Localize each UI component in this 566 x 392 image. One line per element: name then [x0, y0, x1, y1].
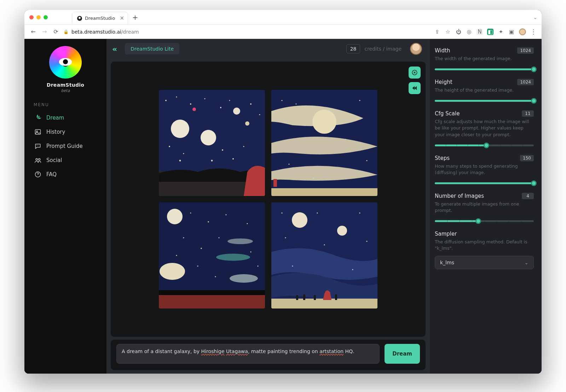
setting-title: Cfg Scale [435, 110, 460, 117]
lite-chip[interactable]: DreamStudio Lite [125, 43, 179, 54]
window-zoom-dot[interactable] [44, 15, 48, 19]
url-host: beta.dreamstudio.ai [71, 29, 121, 35]
prompt-text-2: , matte painting trending on [248, 348, 319, 354]
image-icon [34, 128, 41, 136]
sidebar-item-faq[interactable]: FAQ [32, 167, 99, 181]
collapse-sidebar-icon[interactable]: « [112, 45, 117, 53]
sidebar-item-prompt-guide[interactable]: Prompt Guide [32, 139, 99, 153]
chat-quote-icon [34, 143, 41, 150]
setting-value: 4 [522, 193, 534, 199]
result-image-2[interactable] [271, 90, 377, 196]
svg-rect-64 [303, 294, 305, 300]
setting-title: Number of Images [435, 193, 484, 199]
setting-value: 11 [522, 110, 534, 117]
height-slider[interactable] [435, 98, 534, 104]
reload-button[interactable]: ⟳ [52, 28, 60, 35]
browser-avatar[interactable] [519, 28, 526, 35]
svg-point-34 [345, 139, 346, 140]
setting-title: Sampler [435, 231, 457, 237]
people-icon [34, 157, 41, 164]
setting-title: Width [435, 47, 450, 54]
bookmark-star-icon[interactable]: ☆ [445, 29, 451, 35]
share-icon[interactable]: ⇪ [434, 29, 440, 35]
extension-green-icon[interactable]: ◧ [487, 29, 493, 35]
extension-n-icon[interactable]: N [477, 29, 483, 35]
main-region: « DreamStudio Lite 28 credits / image [106, 39, 542, 374]
svg-point-9 [201, 130, 216, 145]
extensions-puzzle-icon[interactable]: ✦ [498, 29, 504, 35]
svg-point-52 [201, 248, 202, 249]
settings-panel: Width 1024 The width of the generated im… [430, 39, 542, 374]
setting-desc: The height of the generated image. [435, 87, 534, 93]
setting-steps: Steps 150 How many steps to spend genera… [435, 155, 534, 186]
svg-rect-0 [35, 129, 41, 134]
setting-desc: The diffusion sampling method. Default i… [435, 239, 534, 252]
sampler-select[interactable]: k_lms ⌄ [435, 256, 534, 269]
dream-button[interactable]: Dream [385, 344, 420, 364]
prompt-text-1: A dream of a distant galaxy, by [122, 348, 201, 354]
svg-point-24 [243, 146, 244, 147]
svg-point-11 [245, 121, 249, 126]
svg-point-56 [197, 265, 198, 266]
window-close-dot[interactable] [29, 15, 34, 19]
browser-menu-icon[interactable]: ⋮ [530, 29, 537, 35]
sidebar-item-label: Dream [46, 115, 64, 121]
svg-point-26 [211, 160, 213, 162]
forward-button[interactable]: → [41, 28, 48, 35]
prompt-row: A dream of a distant galaxy, by Hiroshig… [111, 340, 426, 370]
stage-column: « DreamStudio Lite 28 credits / image [106, 39, 430, 374]
user-avatar[interactable] [410, 43, 422, 55]
target-icon[interactable]: ◎ [466, 29, 472, 35]
svg-point-18 [229, 100, 230, 101]
new-tab-button[interactable]: + [130, 12, 140, 22]
tab-close-icon[interactable]: × [120, 16, 125, 21]
browser-tab[interactable]: DreamStudio × [72, 12, 128, 24]
width-slider[interactable] [435, 66, 534, 73]
svg-point-53 [219, 237, 220, 238]
svg-point-68 [281, 212, 282, 213]
svg-point-32 [296, 104, 297, 105]
svg-rect-62 [271, 299, 377, 309]
setting-desc: How many steps to spend generating (diff… [435, 163, 534, 176]
close-circle-icon [411, 69, 418, 76]
app-logo [49, 46, 82, 79]
sidebar-item-label: History [46, 129, 65, 135]
setting-value: 1024 [517, 47, 534, 54]
tabs-overflow-icon[interactable]: ⌄ [533, 15, 537, 20]
side-panel-icon[interactable]: ▣ [508, 29, 515, 35]
svg-point-22 [183, 153, 184, 154]
address-bar[interactable]: 🔒 beta.dreamstudio.ai/dream [63, 29, 434, 35]
regenerate-button[interactable] [409, 82, 421, 94]
result-image-1[interactable] [159, 90, 265, 196]
help-icon [34, 171, 41, 178]
svg-point-49 [226, 214, 227, 215]
result-image-3[interactable] [159, 202, 265, 309]
result-grid [159, 90, 377, 309]
svg-point-70 [359, 212, 360, 213]
svg-point-73 [324, 244, 325, 245]
svg-point-17 [220, 107, 221, 108]
cfg-slider[interactable] [435, 142, 534, 149]
steps-slider[interactable] [435, 180, 534, 186]
prompt-input[interactable]: A dream of a distant galaxy, by Hiroshig… [116, 344, 380, 364]
window-minimize-dot[interactable] [36, 15, 41, 19]
sidebar: DreamStudio beta MENU Dream History Prom… [24, 39, 106, 374]
moon-icon [34, 114, 41, 121]
svg-point-35 [288, 163, 289, 165]
tab-favicon [77, 16, 82, 21]
result-image-4[interactable] [271, 202, 377, 309]
sidebar-item-dream[interactable]: Dream [32, 111, 99, 125]
sidebar-item-social[interactable]: Social [32, 153, 99, 167]
svg-point-36 [366, 160, 367, 161]
svg-point-12 [192, 108, 196, 111]
credits-label: credits / image [364, 46, 402, 52]
power-icon[interactable]: ⏻ [455, 29, 462, 35]
prompt-underline-2: Utagawa [226, 348, 248, 354]
back-button[interactable]: ← [29, 28, 37, 35]
browser-window: DreamStudio × + ⌄ ← → ⟳ 🔒 beta.dreamstud… [24, 10, 542, 374]
svg-point-10 [233, 108, 240, 115]
num-images-slider[interactable] [435, 218, 534, 224]
clear-button[interactable] [409, 67, 421, 79]
sidebar-item-history[interactable]: History [32, 125, 99, 139]
sampler-selected: k_lms [440, 260, 454, 265]
